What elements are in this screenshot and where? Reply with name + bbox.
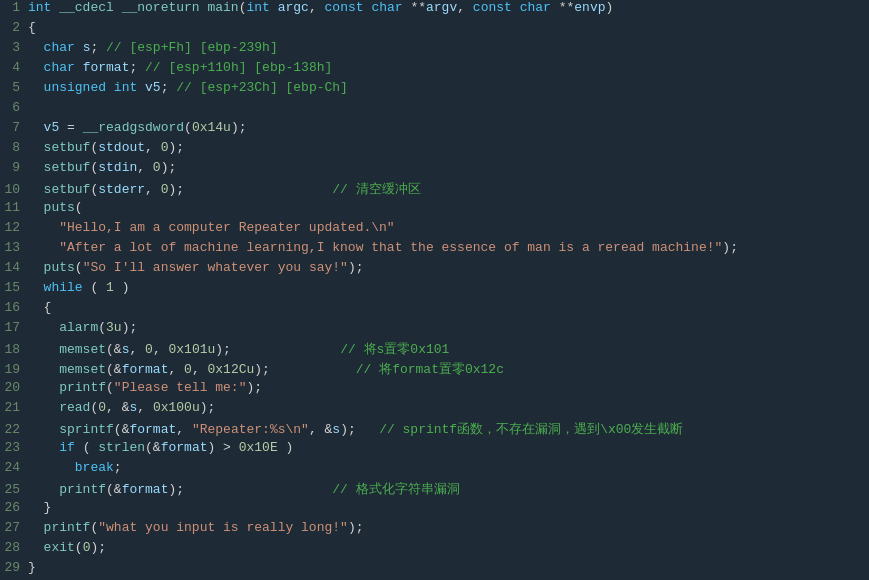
line-code: puts( xyxy=(28,200,869,215)
line-number: 19 xyxy=(0,362,28,377)
code-line: 20 printf("Please tell me:"); xyxy=(0,380,869,400)
line-code: printf("Please tell me:"); xyxy=(28,380,869,395)
line-code: "Hello,I am a computer Repeater updated.… xyxy=(28,220,869,235)
line-number: 14 xyxy=(0,260,28,275)
line-code: v5 = __readgsdword(0x14u); xyxy=(28,120,869,135)
line-number: 9 xyxy=(0,160,28,175)
code-line: 23 if ( strlen(&format) > 0x10E ) xyxy=(0,440,869,460)
line-number: 28 xyxy=(0,540,28,555)
code-line: 17 alarm(3u); xyxy=(0,320,869,340)
line-code: read(0, &s, 0x100u); xyxy=(28,400,869,415)
code-line: 24 break; xyxy=(0,460,869,480)
line-code: printf("what you input is really long!")… xyxy=(28,520,869,535)
code-line: 27 printf("what you input is really long… xyxy=(0,520,869,540)
code-line: 16 { xyxy=(0,300,869,320)
line-number: 15 xyxy=(0,280,28,295)
line-number: 12 xyxy=(0,220,28,235)
line-code: setbuf(stdout, 0); xyxy=(28,140,869,155)
code-line: 28 exit(0); xyxy=(0,540,869,560)
line-number: 16 xyxy=(0,300,28,315)
line-number: 20 xyxy=(0,380,28,395)
line-code: int __cdecl __noreturn main(int argc, co… xyxy=(28,0,869,15)
line-code: setbuf(stdin, 0); xyxy=(28,160,869,175)
line-number: 26 xyxy=(0,500,28,515)
line-code: "After a lot of machine learning,I know … xyxy=(28,240,869,255)
line-code: { xyxy=(28,20,869,35)
line-code: while ( 1 ) xyxy=(28,280,869,295)
line-number: 27 xyxy=(0,520,28,535)
line-code: unsigned int v5; // [esp+23Ch] [ebp-Ch] xyxy=(28,80,869,95)
line-code: exit(0); xyxy=(28,540,869,555)
line-code: memset(&s, 0, 0x101u); // 将s置零0x101 xyxy=(28,340,869,358)
code-line: 25 printf(&format); // 格式化字符串漏洞 xyxy=(0,480,869,500)
code-line: 10 setbuf(stderr, 0); // 清空缓冲区 xyxy=(0,180,869,200)
line-number: 22 xyxy=(0,422,28,437)
code-line: 26 } xyxy=(0,500,869,520)
line-code: setbuf(stderr, 0); // 清空缓冲区 xyxy=(28,180,869,198)
line-number: 3 xyxy=(0,40,28,55)
line-code: char format; // [esp+110h] [ebp-138h] xyxy=(28,60,869,75)
code-line: 13 "After a lot of machine learning,I kn… xyxy=(0,240,869,260)
line-number: 6 xyxy=(0,100,28,115)
line-number: 11 xyxy=(0,200,28,215)
line-code: sprintf(&format, "Repeater:%s\n", &s); /… xyxy=(28,420,869,438)
code-line: 1int __cdecl __noreturn main(int argc, c… xyxy=(0,0,869,20)
code-line: 2{ xyxy=(0,20,869,40)
line-number: 24 xyxy=(0,460,28,475)
code-line: 3 char s; // [esp+Fh] [ebp-239h] xyxy=(0,40,869,60)
code-line: 4 char format; // [esp+110h] [ebp-138h] xyxy=(0,60,869,80)
code-line: 29} xyxy=(0,560,869,580)
line-code: } xyxy=(28,560,869,575)
line-code: { xyxy=(28,300,869,315)
code-line: 8 setbuf(stdout, 0); xyxy=(0,140,869,160)
code-line: 15 while ( 1 ) xyxy=(0,280,869,300)
line-number: 21 xyxy=(0,400,28,415)
line-number: 25 xyxy=(0,482,28,497)
code-line: 5 unsigned int v5; // [esp+23Ch] [ebp-Ch… xyxy=(0,80,869,100)
code-line: 14 puts("So I'll answer whatever you say… xyxy=(0,260,869,280)
line-code: char s; // [esp+Fh] [ebp-239h] xyxy=(28,40,869,55)
line-number: 13 xyxy=(0,240,28,255)
line-number: 10 xyxy=(0,182,28,197)
line-number: 17 xyxy=(0,320,28,335)
line-number: 4 xyxy=(0,60,28,75)
code-line: 6 xyxy=(0,100,869,120)
line-number: 1 xyxy=(0,0,28,15)
code-line: 22 sprintf(&format, "Repeater:%s\n", &s)… xyxy=(0,420,869,440)
line-code: memset(&format, 0, 0x12Cu); // 将format置零… xyxy=(28,360,869,378)
line-code: puts("So I'll answer whatever you say!")… xyxy=(28,260,869,275)
line-code: if ( strlen(&format) > 0x10E ) xyxy=(28,440,869,455)
line-code: } xyxy=(28,500,869,515)
line-number: 2 xyxy=(0,20,28,35)
line-number: 8 xyxy=(0,140,28,155)
line-code: printf(&format); // 格式化字符串漏洞 xyxy=(28,480,869,498)
code-line: 19 memset(&format, 0, 0x12Cu); // 将forma… xyxy=(0,360,869,380)
code-line: 9 setbuf(stdin, 0); xyxy=(0,160,869,180)
line-number: 18 xyxy=(0,342,28,357)
code-line: 11 puts( xyxy=(0,200,869,220)
code-view: 1int __cdecl __noreturn main(int argc, c… xyxy=(0,0,869,580)
code-line: 7 v5 = __readgsdword(0x14u); xyxy=(0,120,869,140)
code-line: 12 "Hello,I am a computer Repeater updat… xyxy=(0,220,869,240)
line-number: 29 xyxy=(0,560,28,575)
line-number: 7 xyxy=(0,120,28,135)
line-number: 23 xyxy=(0,440,28,455)
code-line: 18 memset(&s, 0, 0x101u); // 将s置零0x101 xyxy=(0,340,869,360)
code-line: 21 read(0, &s, 0x100u); xyxy=(0,400,869,420)
line-number: 5 xyxy=(0,80,28,95)
line-code: break; xyxy=(28,460,869,475)
line-code: alarm(3u); xyxy=(28,320,869,335)
